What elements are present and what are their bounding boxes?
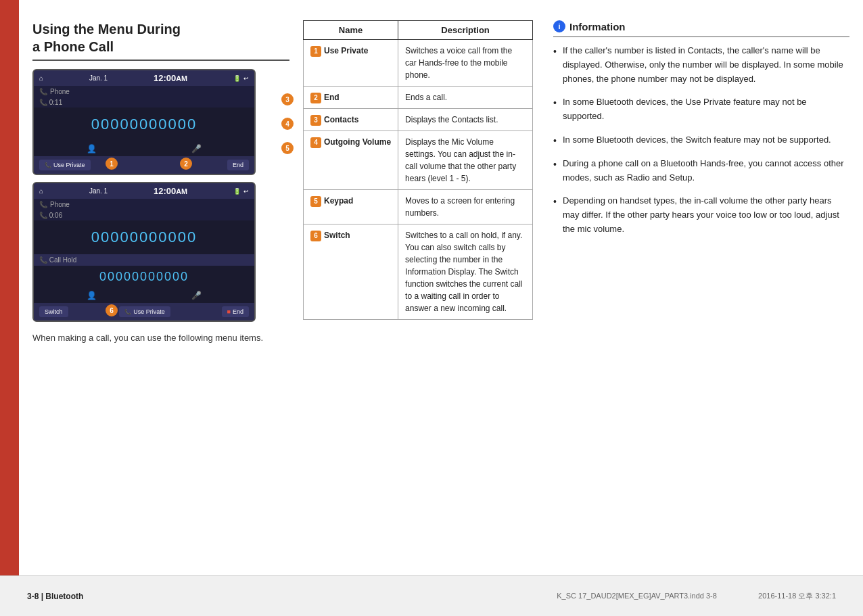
row-name: Outgoing Volume [324, 137, 391, 147]
table-row: 1Use PrivateSwitches a voice call from t… [304, 40, 533, 87]
badge-1: 1 [106, 158, 118, 170]
phone-number-1: 00000000000 [34, 108, 254, 141]
middle-column: Name Description 1Use PrivateSwitches a … [303, 20, 533, 555]
row-badge: 3 [310, 115, 321, 126]
use-private-btn-2[interactable]: 📞 Use Private [119, 306, 170, 317]
info-bullet: In some Bluetooth devices, the Switch fe… [553, 133, 849, 147]
home-icon: ⌂ [39, 74, 43, 82]
row-badge: 1 [310, 46, 321, 57]
person-icon-2: 👤 [87, 291, 97, 300]
badge-5: 5 [281, 142, 294, 154]
home-icon-2: ⌂ [39, 187, 43, 195]
phone-app-label-1: 📞 Phone [34, 86, 254, 97]
info-bullet: During a phone call on a Bluetooth Hands… [553, 157, 849, 185]
table-row: 2EndEnds a call. [304, 87, 533, 109]
phone-screen-1: ⌂ Jan. 1 12:00AM 🔋↩ 📞 Phone 📞 0:11 [32, 69, 256, 175]
phone-timer-1: 📞 0:11 [34, 97, 254, 108]
caption-text: When making a call, you can use the foll… [32, 331, 289, 346]
badge-2: 2 [180, 158, 192, 170]
row-name: Switch [324, 231, 350, 240]
phone-controls-1: 👤 🎤 [34, 141, 254, 156]
row-name: Contacts [324, 115, 358, 124]
info-icon: i [553, 20, 565, 32]
status-icons-1: 🔋↩ [233, 75, 249, 82]
phone-date-1: Jan. 1 [89, 74, 108, 82]
left-red-bar [0, 0, 19, 616]
row-name: Keypad [324, 196, 353, 206]
info-bullet: In some Bluetooth devices, the Use Priva… [553, 95, 849, 124]
info-list: If the caller's number is listed in Cont… [553, 44, 849, 237]
table-name-cell: 6Switch [304, 224, 398, 320]
row-badge: 6 [310, 231, 321, 241]
col-description-header: Description [398, 21, 533, 40]
menu-table: Name Description 1Use PrivateSwitches a … [303, 20, 533, 320]
table-desc-cell: Displays the Contacts list. [398, 109, 533, 131]
table-row: 4Outgoing VolumeDisplays the Mic Volume … [304, 131, 533, 190]
phone-screen-2: ⌂ Jan. 1 12:00AM 🔋↩ 📞 Phone 📞 0:06 [32, 182, 256, 322]
page-number: 3-8 | Bluetooth [27, 592, 83, 601]
row-badge: 2 [310, 93, 321, 103]
end-btn-2[interactable]: ■ End [222, 306, 249, 317]
phone-buttons-2: Switch 📞 Use Private ■ End [34, 303, 254, 321]
table-row: 3ContactsDisplays the Contacts list. [304, 109, 533, 131]
status-icons-2: 🔋↩ [233, 188, 249, 195]
phone-screen-2-container: ⌂ Jan. 1 12:00AM 🔋↩ 📞 Phone 📞 0:06 [32, 182, 289, 322]
table-name-cell: 4Outgoing Volume [304, 131, 398, 190]
mic-icon: 🎤 [191, 144, 202, 153]
info-title: Information [569, 21, 626, 32]
badge-4: 4 [281, 118, 294, 130]
info-bullet: Depending on handset types, the in-call … [553, 194, 849, 236]
table-desc-cell: Moves to a screen for entering numbers. [398, 190, 533, 224]
table-desc-cell: Ends a call. [398, 87, 533, 109]
table-desc-cell: Switches to a call on hold, if any. You … [398, 224, 533, 320]
badge-6: 6 [106, 304, 118, 316]
bottom-bar: 3-8 | Bluetooth K_SC 17_DAUD2[MEX_EG]AV_… [0, 575, 863, 616]
col-name-header: Name [304, 21, 398, 40]
info-header: i Information [553, 20, 849, 37]
switch-btn[interactable]: Switch [39, 306, 68, 317]
phone-timer-2: 📞 0:06 [34, 210, 254, 220]
row-badge: 5 [310, 196, 321, 207]
table-name-cell: 1Use Private [304, 40, 398, 87]
row-badge: 4 [310, 137, 321, 148]
info-bullet: If the caller's number is listed in Cont… [553, 44, 849, 86]
phone-date-2: Jan. 1 [89, 187, 108, 195]
table-desc-cell: Displays the Mic Volume settings. You ca… [398, 131, 533, 190]
table-name-cell: 5Keypad [304, 190, 398, 224]
right-column: i Information If the caller's number is … [546, 20, 849, 555]
end-btn-1[interactable]: End [227, 160, 249, 170]
section-title: Using the Menu During a Phone Call [32, 20, 289, 61]
table-name-cell: 2End [304, 87, 398, 109]
phone-time-2: 12:00AM [154, 186, 187, 196]
row-name: End [324, 93, 340, 102]
main-content: Using the Menu During a Phone Call ⌂ Jan… [19, 0, 863, 575]
person-icon: 👤 [87, 144, 97, 153]
phone-time-1: 12:00AM [154, 73, 187, 83]
phone-header-2: ⌂ Jan. 1 12:00AM 🔋↩ [34, 183, 254, 199]
mic-icon-2: 🎤 [191, 291, 202, 300]
table-row: 6SwitchSwitches to a call on hold, if an… [304, 224, 533, 320]
use-private-btn[interactable]: 📞 Use Private [39, 160, 91, 170]
file-info: K_SC 17_DAUD2[MEX_EG]AV_PART3.indd 3-8 2… [557, 591, 836, 601]
badge-3: 3 [281, 93, 294, 105]
phone-header-1: ⌂ Jan. 1 12:00AM 🔋↩ [34, 70, 254, 86]
phone-app-label-2: 📞 Phone [34, 199, 254, 210]
phone-number-2b: 00000000000 [34, 266, 254, 288]
call-hold-label: 📞 Call Hold [34, 254, 254, 266]
phone-controls-2: 👤 🎤 [34, 288, 254, 303]
table-row: 5KeypadMoves to a screen for entering nu… [304, 190, 533, 224]
row-name: Use Private [324, 46, 368, 55]
left-column: Using the Menu During a Phone Call ⌂ Jan… [32, 20, 289, 555]
table-name-cell: 3Contacts [304, 109, 398, 131]
table-desc-cell: Switches a voice call from the car Hands… [398, 40, 533, 87]
phone-screen-1-container: ⌂ Jan. 1 12:00AM 🔋↩ 📞 Phone 📞 0:11 [32, 69, 289, 175]
phone-buttons-1: 📞 Use Private End [34, 156, 254, 174]
phone-number-2a: 00000000000 [34, 220, 254, 254]
